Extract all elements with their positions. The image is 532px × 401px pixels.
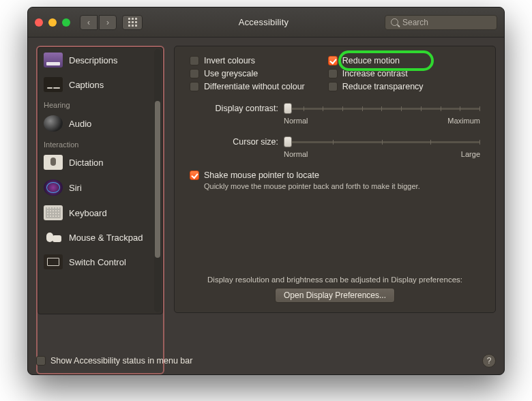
- window-controls: [35, 18, 70, 27]
- shake-pointer-checkbox[interactable]: Shake mouse pointer to locate: [190, 170, 480, 180]
- sidebar-scrollbar[interactable]: [154, 49, 161, 312]
- checkbox-icon: [190, 82, 199, 91]
- search-field[interactable]: Search: [385, 15, 497, 30]
- cursor-size-row: Cursor size:: [190, 136, 480, 148]
- checkbox-label: Differentiate without colour: [204, 82, 305, 91]
- chevron-right-icon: ›: [106, 18, 109, 27]
- sidebar-item-dictation[interactable]: Dictation: [38, 150, 162, 175]
- checkbox-icon: [36, 356, 46, 366]
- scale-max: Maximum: [447, 117, 480, 125]
- display-contrast-scale: Normal Maximum: [284, 117, 480, 125]
- checkbox-label: Reduce transparency: [342, 82, 424, 91]
- display-contrast-row: Display contrast:: [190, 102, 480, 115]
- keyboard-icon: [44, 205, 63, 220]
- cursor-size-scale: Normal Large: [284, 150, 480, 158]
- question-mark-icon: ?: [487, 356, 492, 366]
- slider-label: Display contrast:: [190, 104, 278, 113]
- main-area: Invert colours Use greyscale Differentia…: [174, 46, 496, 374]
- sidebar-item-label: Captions: [69, 80, 104, 90]
- audio-icon: [44, 115, 63, 132]
- sidebar-list: Descriptions Captions Hearing Audio Inte…: [38, 48, 162, 277]
- checkbox-icon: [328, 82, 338, 91]
- scale-min: Normal: [284, 150, 308, 158]
- scale-max: Large: [461, 150, 480, 158]
- close-window-button[interactable]: [35, 18, 43, 27]
- show-accessibility-status-checkbox[interactable]: Show Accessibility status in menu bar: [36, 356, 192, 366]
- switch-control-icon: [44, 254, 63, 269]
- window-footer: Show Accessibility status in menu bar ?: [36, 354, 496, 368]
- checkbox-label: Invert colours: [204, 56, 255, 65]
- sidebar-item-label: Descriptions: [69, 55, 118, 65]
- sidebar-item-descriptions[interactable]: Descriptions: [38, 48, 162, 72]
- differentiate-without-colour-checkbox[interactable]: Differentiate without colour: [190, 82, 305, 91]
- checkbox-label: Show Accessibility status in menu bar: [50, 356, 192, 366]
- sidebar-item-label: Siri: [69, 183, 82, 193]
- cursor-size-slider[interactable]: [284, 136, 480, 148]
- sidebar-section-header: Interaction: [38, 136, 162, 150]
- sidebar-item-keyboard[interactable]: Keyboard: [38, 200, 162, 225]
- checkbox-icon: [328, 69, 338, 78]
- dictation-icon: [44, 155, 63, 170]
- scale-min: Normal: [284, 117, 308, 125]
- nav-buttons: ‹ ›: [80, 15, 117, 30]
- sidebar-item-siri[interactable]: Siri: [38, 175, 162, 200]
- chevron-left-icon: ‹: [87, 18, 90, 27]
- scrollbar-thumb[interactable]: [155, 101, 160, 258]
- slider-label: Cursor size:: [190, 137, 278, 147]
- invert-colours-checkbox[interactable]: Invert colours: [190, 56, 305, 65]
- window-title: Accessibility: [148, 17, 379, 27]
- footer-note: Display resolution and brightness can be…: [175, 276, 495, 284]
- checkbox-label: Use greyscale: [204, 69, 258, 78]
- search-placeholder: Search: [402, 18, 428, 27]
- category-sidebar[interactable]: Descriptions Captions Hearing Audio Inte…: [38, 47, 163, 314]
- reduce-motion-checkbox[interactable]: Reduce motion: [328, 56, 424, 65]
- sidebar-item-label: Switch Control: [69, 257, 126, 267]
- search-icon: [391, 18, 398, 26]
- checkbox-icon: [190, 69, 199, 78]
- display-contrast-slider[interactable]: [284, 102, 480, 115]
- checkbox-label: Shake mouse pointer to locate: [204, 170, 319, 180]
- open-display-preferences-button[interactable]: Open Display Preferences...: [275, 288, 395, 303]
- help-button[interactable]: ?: [482, 354, 496, 368]
- captions-icon: [44, 77, 63, 92]
- reduce-transparency-checkbox[interactable]: Reduce transparency: [328, 82, 424, 91]
- sidebar-item-label: Mouse & Trackpad: [69, 233, 143, 243]
- checkbox-grid: Invert colours Use greyscale Differentia…: [190, 56, 480, 91]
- checkbox-label: Increase contrast: [342, 69, 408, 78]
- forward-button[interactable]: ›: [99, 15, 117, 30]
- shake-pointer-hint: Quickly move the mouse pointer back and …: [204, 182, 480, 190]
- back-button[interactable]: ‹: [80, 15, 98, 30]
- show-all-preferences-button[interactable]: [122, 15, 143, 30]
- sidebar-item-captions[interactable]: Captions: [38, 72, 162, 97]
- sidebar-item-switch-control[interactable]: Switch Control: [38, 250, 162, 274]
- titlebar: ‹ › Accessibility Search: [28, 8, 504, 38]
- use-greyscale-checkbox[interactable]: Use greyscale: [190, 69, 305, 78]
- descriptions-icon: [44, 53, 63, 68]
- shake-pointer-section: Shake mouse pointer to locate Quickly mo…: [190, 170, 480, 190]
- checkbox-icon: [190, 56, 199, 65]
- increase-contrast-checkbox[interactable]: Increase contrast: [328, 69, 424, 78]
- sidebar-item-mouse-trackpad[interactable]: Mouse & Trackpad: [38, 225, 162, 250]
- grid-icon: [128, 18, 137, 27]
- window-body: Descriptions Captions Hearing Audio Inte…: [28, 38, 504, 374]
- accessibility-preferences-window: ‹ › Accessibility Search Descrip: [27, 7, 505, 375]
- sidebar-highlight: Descriptions Captions Hearing Audio Inte…: [36, 46, 164, 374]
- sidebar-section-header: Hearing: [38, 97, 162, 110]
- checkbox-icon: [328, 56, 338, 65]
- minimize-window-button[interactable]: [48, 18, 57, 27]
- checkbox-label: Reduce motion: [342, 56, 400, 65]
- display-settings-panel: Invert colours Use greyscale Differentia…: [174, 46, 496, 313]
- slider-knob[interactable]: [284, 136, 292, 147]
- checkbox-icon: [190, 170, 199, 180]
- panel-footer: Display resolution and brightness can be…: [175, 276, 495, 303]
- sidebar-item-label: Dictation: [69, 158, 104, 168]
- sidebar-item-label: Audio: [69, 119, 91, 129]
- mouse-trackpad-icon: [44, 230, 63, 245]
- sidebar-item-audio[interactable]: Audio: [38, 110, 162, 136]
- sidebar-item-label: Keyboard: [69, 208, 107, 218]
- siri-icon: [44, 179, 63, 196]
- zoom-window-button[interactable]: [62, 18, 70, 27]
- slider-knob[interactable]: [284, 103, 292, 114]
